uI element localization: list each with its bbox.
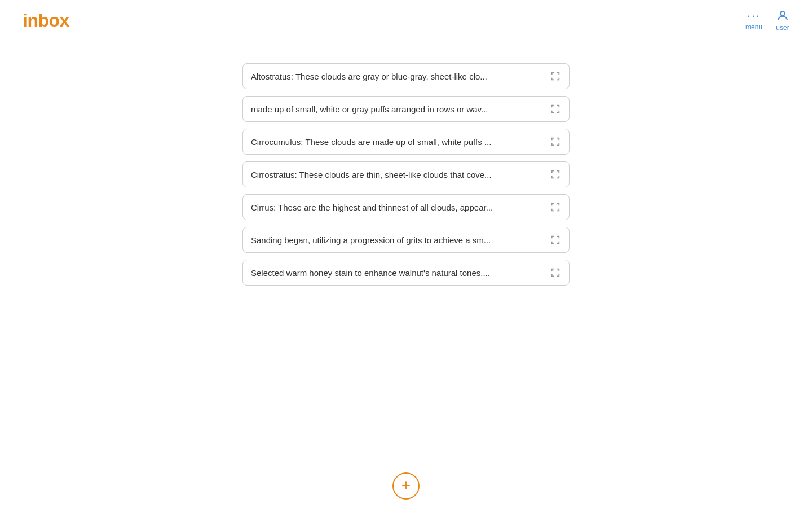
app-title: inbox [23,10,69,31]
item-text: Cirrus: These are the highest and thinne… [251,203,544,212]
list-item[interactable]: Sanding began, utilizing a progression o… [242,227,570,253]
expand-icon[interactable] [550,169,561,180]
expand-icon[interactable] [550,136,561,147]
menu-dots-icon: ··· [747,10,761,22]
header-actions: ··· menu user [745,9,789,32]
expand-icon[interactable] [550,202,561,213]
add-button[interactable]: + [392,472,420,500]
expand-icon[interactable] [550,267,561,278]
item-text: Selected warm honey stain to enhance wal… [251,268,544,278]
list-item[interactable]: made up of small, white or gray puffs ar… [242,96,570,122]
item-text: Cirrocumulus: These clouds are made up o… [251,137,544,147]
item-text: made up of small, white or gray puffs ar… [251,104,544,114]
svg-point-0 [780,11,785,16]
item-text: Cirrostratus: These clouds are thin, she… [251,170,544,179]
items-list: Altostratus: These clouds are gray or bl… [242,63,570,286]
list-item[interactable]: Cirrocumulus: These clouds are made up o… [242,129,570,155]
user-button[interactable]: user [776,9,789,32]
menu-label: menu [745,23,762,31]
expand-icon[interactable] [550,71,561,82]
list-item[interactable]: Cirrostratus: These clouds are thin, she… [242,161,570,187]
menu-button[interactable]: ··· menu [745,10,762,31]
list-item[interactable]: Selected warm honey stain to enhance wal… [242,260,570,286]
user-label: user [776,24,789,32]
list-item[interactable]: Cirrus: These are the highest and thinne… [242,194,570,220]
expand-icon[interactable] [550,234,561,246]
expand-icon[interactable] [550,103,561,115]
list-item[interactable]: Altostratus: These clouds are gray or bl… [242,63,570,89]
item-text: Sanding began, utilizing a progression o… [251,235,544,245]
footer-bar: + [0,463,812,508]
item-text: Altostratus: These clouds are gray or bl… [251,72,544,81]
app-header: inbox ··· menu user [0,0,812,41]
main-content: Altostratus: These clouds are gray or bl… [0,41,812,286]
user-icon [776,9,789,23]
